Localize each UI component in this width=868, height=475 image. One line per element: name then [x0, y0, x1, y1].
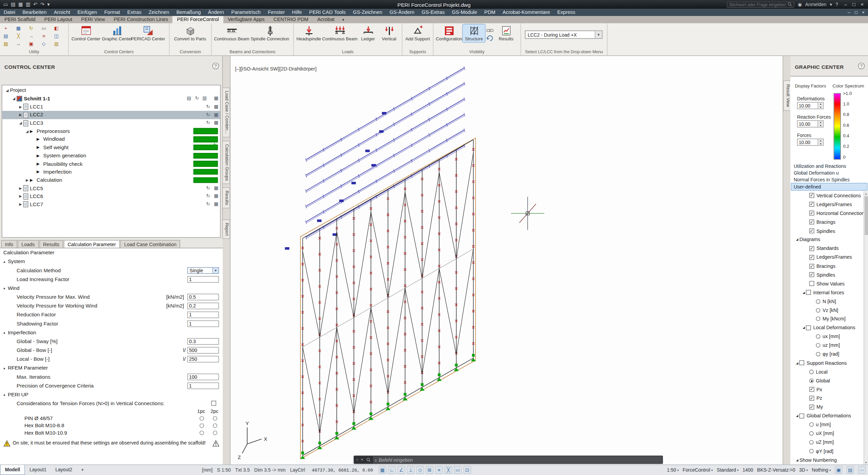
utility-tool-icon[interactable]: ◇ [40, 40, 47, 47]
layout-tab[interactable]: Layout2 [51, 465, 77, 475]
grid-icon[interactable]: ▥ [202, 95, 207, 101]
menu-item[interactable]: GS-Extras [418, 9, 448, 16]
help-icon[interactable]: ? [212, 63, 219, 70]
annotation-icon[interactable]: ▭ [454, 466, 462, 474]
lineweight-icon[interactable]: ≡ [435, 466, 443, 474]
param-input[interactable] [188, 356, 219, 362]
polar-tracking-icon[interactable]: ∠ [397, 466, 405, 474]
spinner[interactable]: ▴▾ [817, 139, 823, 145]
utility-tool-icon[interactable]: ≡ [40, 33, 47, 40]
headspindle-load-button[interactable]: Headspindle [295, 24, 322, 42]
expand-icon[interactable]: ▶ [18, 194, 23, 199]
expand-icon[interactable]: ▶ [18, 186, 23, 191]
result-tree-item[interactable]: φy [rad] [790, 350, 864, 359]
collapse-icon[interactable]: ◢ [796, 458, 798, 461]
factor-input[interactable]: 10.00 ▴▾ [797, 139, 824, 146]
result-tree-item[interactable]: ux [mm] [790, 332, 864, 341]
panel-tab[interactable]: Load Case Combination [120, 240, 180, 248]
drawing-viewport[interactable]: [–][ISO-Ansicht SW][2D-Drahtkörper] YXZ … [231, 56, 783, 464]
tree-item[interactable]: ◢LCC3↻▦ [2, 119, 220, 127]
collapse-icon[interactable]: ◢ [11, 96, 17, 101]
search-input[interactable] [729, 2, 787, 7]
result-tree-item[interactable]: Global [790, 376, 864, 385]
command-search-icon[interactable] [366, 457, 371, 462]
selection-cycling-icon[interactable]: ⊡ [463, 466, 471, 474]
tree-item[interactable]: ▶LCC7↻▦ [2, 200, 220, 209]
result-tree-item[interactable]: ✓Pz [790, 394, 864, 402]
ortho-icon[interactable]: ⊥ [407, 466, 415, 474]
param-section-header[interactable]: ▲RFEM Parameter [0, 363, 223, 372]
result-tree-item[interactable]: ✓Standards [790, 244, 864, 253]
cad-canvas[interactable]: YXZ [231, 56, 783, 464]
grid-add-icon[interactable]: ▦ [214, 103, 218, 109]
result-tree-item[interactable]: uX [mm] [790, 429, 864, 438]
utility-tool-icon[interactable]: ▨ [2, 40, 9, 47]
checkbox[interactable]: ✓ [809, 272, 814, 277]
radio-button[interactable] [816, 334, 820, 339]
side-tab[interactable]: Calculation Groups [223, 141, 230, 184]
param-section-header[interactable]: ▲Imperfection [0, 328, 223, 337]
lcc-dropdown[interactable]: LCC2 - During Load +X ▾ [525, 31, 603, 39]
osnap-icon[interactable]: ⊞ [426, 466, 433, 474]
menu-item[interactable]: GS-Module [448, 9, 481, 16]
bolt-2pc-radio[interactable] [213, 423, 217, 428]
status-dropdown[interactable]: Nothing▾ [812, 467, 831, 473]
menu-item[interactable]: PDM [481, 9, 499, 16]
open-folder-icon[interactable]: ▤ [11, 2, 16, 7]
maximize-button[interactable]: □ [850, 2, 858, 7]
panel-tab[interactable]: Calculation Parameter [64, 240, 120, 248]
tree-item[interactable]: ▶LCC6↻▦ [2, 192, 220, 200]
expand-icon[interactable]: ▶ [18, 202, 23, 207]
utility-tool-icon[interactable]: ▣ [27, 40, 35, 47]
bolt-2pc-radio[interactable] [213, 431, 217, 435]
param-select[interactable]: Single▾ [188, 267, 219, 274]
menu-item[interactable]: GS-Ändern [386, 9, 418, 16]
menu-item[interactable]: Acrobat-Kommentare [499, 9, 554, 16]
param-input[interactable] [188, 338, 219, 344]
status-item[interactable]: [mm] [202, 467, 213, 473]
checkbox[interactable]: ✓ [809, 220, 814, 225]
dropdown-arrow-icon[interactable]: ▾ [595, 31, 602, 38]
section-collapse-icon[interactable]: ▲ [3, 328, 8, 337]
param-input[interactable] [188, 347, 219, 354]
scroll-up-icon[interactable]: ▴ [864, 191, 868, 196]
ribbon-tab[interactable]: PERI Layout [40, 16, 77, 23]
result-tree-item[interactable]: ◢Local Deformations [790, 323, 864, 332]
search-icon[interactable] [788, 2, 792, 7]
customization-icon[interactable]: ⋯ [858, 466, 866, 474]
side-tab[interactable]: Report [223, 219, 230, 239]
result-tree-item[interactable]: uz [mm] [790, 341, 864, 350]
checkbox[interactable]: ✓ [809, 387, 814, 392]
save-icon[interactable]: ▦ [18, 2, 23, 7]
sheet-icon[interactable]: ▤ [187, 95, 191, 101]
viewport-controls-label[interactable]: [–][ISO-Ansicht SW][2D-Drahtkörper] [235, 66, 316, 72]
bolt-1pc-radio[interactable] [200, 431, 204, 435]
bolt-1pc-radio[interactable] [200, 423, 204, 428]
radio-button[interactable] [816, 317, 820, 321]
result-tree-item[interactable]: ✓My [790, 402, 864, 411]
result-tree-item[interactable]: ✓Bracings [790, 262, 864, 271]
help-icon[interactable]: ? [858, 63, 865, 70]
checkbox[interactable]: ✓ [809, 246, 814, 251]
result-tree-item[interactable]: ✓Ledgers/Frames [790, 253, 864, 262]
param-input[interactable] [188, 373, 219, 380]
radio-button[interactable] [809, 422, 814, 427]
menu-item[interactable]: Parametrisch [228, 9, 264, 16]
result-tree-item[interactable]: ✓Spindles [790, 271, 864, 279]
snap-icon[interactable]: ∟ [388, 466, 396, 474]
section-collapse-icon[interactable]: ▲ [3, 284, 8, 293]
checkbox[interactable]: ✓ [809, 263, 814, 269]
checkbox[interactable]: ✓ [809, 396, 814, 401]
utility-tool-icon[interactable]: ▥ [53, 40, 60, 47]
plot-icon[interactable]: ▥ [26, 2, 31, 7]
control-center-button[interactable]: Control Center [71, 24, 102, 42]
radio-button[interactable] [816, 352, 820, 356]
tree-item[interactable]: ▶Plausibility check [2, 160, 220, 168]
result-tree-item[interactable]: ◢Show Numbering [790, 455, 864, 464]
menu-item[interactable]: Ansicht [50, 9, 74, 16]
result-tree-item[interactable]: u [mm] [790, 420, 864, 429]
expand-icon[interactable]: ▶ [18, 105, 23, 109]
result-mode-item[interactable]: Utilization and Reactions [791, 163, 867, 170]
result-tree-item[interactable]: ✓Horizontal Connections [790, 209, 864, 218]
result-tree-item[interactable]: Local [790, 368, 864, 376]
